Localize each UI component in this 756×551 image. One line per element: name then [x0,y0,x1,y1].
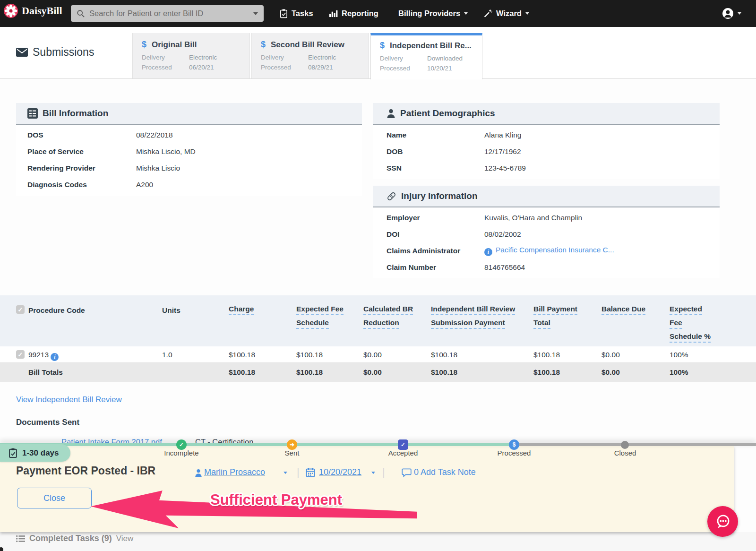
completed-tasks-label: Completed Tasks (9) [29,534,112,543]
nav-reporting-label: Reporting [342,9,378,18]
patient-icon [387,109,395,119]
top-navbar: DaisyBill Tasks Reporting Billing Provid… [0,0,756,27]
separator: | [382,466,385,478]
completed-tasks-row: Completed Tasks (9) View [16,534,133,543]
app-screen: DaisyBill Tasks Reporting Billing Provid… [0,0,756,551]
col-charge[interactable]: Charge [229,304,254,318]
info-row: Diagnosis CodesA200 [16,176,362,193]
nav-tasks[interactable]: Tasks [280,0,313,27]
info-row: Place of ServiceMishka Liscio, MD [16,143,362,160]
annotation-text: Sufficient Payment [210,491,342,508]
balance-due-total: $0.00 [601,363,620,382]
add-task-note-link[interactable]: 0 Add Task Note [414,467,476,477]
calendar-icon [306,467,315,477]
procedure-row: ✓ 99213 i 1.0 $100.18 $100.18 $0.00 $100… [0,346,756,363]
col-balance-due[interactable]: Balance Due [601,304,645,318]
info-row: Rendering ProviderMishka Liscio [16,160,362,176]
tab-original-bill[interactable]: $ Original Bill Delivery Electronic Proc… [132,33,250,78]
account-menu[interactable] [722,0,741,27]
sent-arrow-icon: ➜ [287,439,297,450]
task-age-label: 1-30 days [22,448,59,458]
bill-information-panel: Bill Information DOS08/22/2018 Place of … [16,103,362,196]
search-dropdown-icon[interactable] [253,12,258,15]
col-expected-fee-schedule-pct[interactable]: ExpectedFeeSchedule % [670,304,711,345]
balance-due-cell: $0.00 [601,346,620,363]
cut-off-element [0,547,3,551]
view-ibr-link[interactable]: View Independent Bill Review [16,395,122,405]
list-icon [16,535,25,542]
bill-totals-row: Bill Totals $100.18 $100.18 $0.00 $100.1… [0,363,756,382]
chevron-down-icon [464,12,468,15]
procedure-code-cell: 99213 i [28,346,59,363]
brand-name: DaisyBill [22,5,62,17]
brand[interactable]: DaisyBill [4,4,62,18]
tab-delivery-label: Delivery [380,55,403,62]
chevron-down-icon[interactable] [371,472,375,474]
info-row: EmployerKuvalis, O'Hara and Champlin [373,209,720,226]
tab-independent-bill-review[interactable]: $ Independent Bill Re... Delivery Downlo… [370,33,482,79]
row-label: Place of Service [27,147,136,156]
select-all-checkbox[interactable]: ✓ [16,305,25,314]
ibr-payment-cell: $100.18 [431,346,457,363]
assignee-link[interactable]: Marlin Prosacco [204,467,265,477]
wand-icon [483,9,492,18]
info-icon[interactable]: i [51,353,59,361]
timeline-label-processed: Processed [481,449,547,457]
row-value: Mishka Liscio [136,164,180,172]
row-label: Claim Number [387,263,484,272]
row-label: Claims Administrator [387,247,484,255]
row-checkbox[interactable]: ✓ [16,350,25,359]
search-box[interactable] [71,5,264,22]
tab-processed-label: Processed [142,64,172,71]
close-task-button[interactable]: Close [17,488,92,508]
reporting-chart-icon [329,9,338,17]
tab-processed-value: 06/20/21 [189,64,214,71]
chat-button[interactable] [707,506,738,537]
row-label: Rendering Provider [27,164,136,172]
closed-dot-icon [621,441,629,449]
envelope-icon [16,48,28,57]
dollar-icon: $ [380,41,385,51]
bill-statement-icon [27,108,38,119]
col-expected-fee-schedule[interactable]: Expected FeeSchedule [296,304,344,331]
info-icon[interactable]: i [484,248,492,256]
tab-title: Independent Bill Re... [390,41,472,51]
timeline-label-closed: Closed [592,449,658,457]
info-row: DOB12/17/1962 [373,143,720,160]
row-label: Employer [387,214,484,222]
tab-processed-value: 08/29/21 [308,64,333,71]
chevron-down-icon[interactable] [284,472,287,474]
timeline-label-accepted: Accepted [370,449,436,457]
expected-fee-total: $100.18 [296,363,323,382]
search-input[interactable] [89,9,249,18]
row-value: 8146765664 [484,263,525,272]
calc-br-total: $0.00 [363,363,382,382]
info-row: DOS08/22/2018 [16,127,362,143]
tab-title: Second Bill Review [271,40,344,50]
claims-administrator-link[interactable]: Pacific Compensation Insurance C... [496,246,614,254]
panel-title: Patient Demographics [400,108,495,119]
nav-wizard[interactable]: Wizard [483,0,529,27]
col-calculated-br-reduction[interactable]: Calculated BRReduction [363,304,413,331]
completed-tasks-view-link[interactable]: View [116,534,134,543]
col-bill-payment-total[interactable]: Bill PaymentTotal [533,304,577,331]
nav-wizard-label: Wizard [496,9,522,18]
col-procedure-code: Procedure Code [28,304,85,317]
tab-second-bill-review[interactable]: $ Second Bill Review Delivery Electronic… [251,33,369,78]
row-value: Alana Kling [484,131,521,139]
patient-demographics-header: Patient Demographics [373,103,720,125]
task-date-link[interactable]: 10/20/2021 [319,467,361,477]
row-value: 123-45-6789 [484,164,526,172]
col-ibr-submission-payment[interactable]: Independent Bill ReviewSubmission Paymen… [431,304,515,331]
nav-billing-providers[interactable]: Billing Providers [398,0,468,27]
row-label: Name [387,131,484,139]
bill-information-header: Bill Information [16,103,362,125]
nav-reporting[interactable]: Reporting [329,0,378,27]
task-overlay-panel [0,446,734,532]
timeline-progress-bar [0,443,514,446]
row-label: Diagnosis Codes [27,181,136,189]
info-row: NameAlana Kling [373,127,720,143]
tab-delivery-label: Delivery [261,54,284,61]
ibr-payment-total: $100.18 [431,363,457,382]
units-cell: 1.0 [162,346,172,363]
